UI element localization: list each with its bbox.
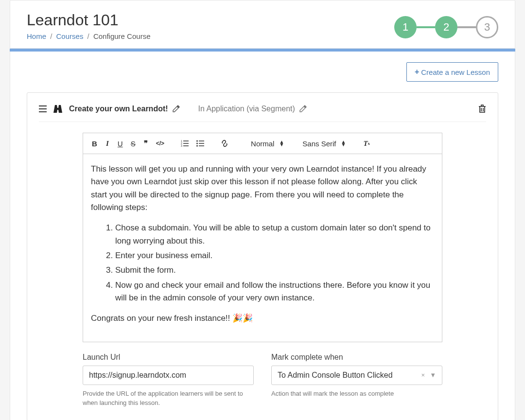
mark-complete-hint: Action that will mark the lesson as comp…	[271, 389, 442, 399]
step-3[interactable]: 3	[476, 16, 498, 38]
lesson-card: Create your own Learndot! In Application…	[27, 92, 498, 420]
delete-lesson-icon[interactable]	[478, 104, 486, 113]
edit-title-icon[interactable]	[172, 105, 180, 113]
editor-steps-list: Chose a subdomain. You will be able to s…	[110, 222, 434, 304]
step-2[interactable]: 2	[435, 16, 457, 38]
list-item: Enter your business email.	[115, 249, 434, 262]
rich-text-editor: B I U S ❞ </> 123 Normal	[83, 133, 442, 342]
list-item: Submit the form.	[115, 264, 434, 277]
road-icon	[53, 105, 62, 113]
editor-toolbar: B I U S ❞ </> 123 Normal	[83, 133, 442, 154]
lesson-type: In Application (via Segment)	[198, 105, 295, 113]
launch-url-hint: Provide the URL of the application learn…	[83, 389, 254, 408]
lesson-header: Create your own Learndot! In Application…	[39, 104, 486, 122]
ordered-list-button[interactable]: 123	[178, 138, 192, 149]
svg-point-4	[196, 143, 198, 144]
lesson-form: Launch Url Provide the URL of the applic…	[83, 353, 442, 408]
breadcrumb-courses[interactable]: Courses	[56, 32, 84, 40]
launch-url-label: Launch Url	[83, 353, 254, 362]
create-lesson-label: Create a new Lesson	[421, 68, 490, 76]
launch-url-input[interactable]	[83, 366, 254, 385]
clear-format-button[interactable]: Tx	[360, 138, 373, 150]
step-connector-1	[417, 26, 435, 28]
create-new-lesson-button[interactable]: + Create a new Lesson	[406, 62, 498, 82]
list-item: Chose a subdomain. You will be able to s…	[115, 222, 434, 247]
breadcrumb-current: Configure Course	[93, 32, 151, 40]
svg-text:3: 3	[181, 144, 182, 147]
breadcrumb: Home / Courses / Configure Course	[27, 32, 150, 40]
unordered-list-button[interactable]	[193, 138, 207, 149]
page-title: Learndot 101	[27, 11, 150, 29]
editor-congrats: Congrats on your new fresh instance!! 🎉🎉	[91, 312, 434, 325]
list-item: Now go and check your email and follow t…	[115, 279, 434, 305]
heading-select[interactable]: Normal ▲▼	[247, 138, 288, 150]
content-area: + Create a new Lesson Create your own Le…	[10, 52, 515, 420]
link-button[interactable]	[218, 138, 231, 149]
chevron-down-icon: ▼	[430, 371, 436, 379]
lesson-title: Create your own Learndot!	[69, 105, 168, 113]
stepper: 1 2 3	[394, 11, 498, 38]
blockquote-button[interactable]: ❞	[140, 137, 151, 150]
clear-select-icon[interactable]: ×	[421, 371, 425, 379]
mark-complete-label: Mark complete when	[271, 353, 442, 362]
plus-icon: +	[415, 68, 419, 76]
breadcrumb-home[interactable]: Home	[27, 32, 46, 40]
editor-body[interactable]: This lesson will get you up and running …	[83, 154, 442, 342]
font-select-label: Sans Serif	[302, 140, 336, 148]
mark-complete-value: To Admin Console Button Clicked	[278, 371, 393, 380]
edit-type-icon[interactable]	[299, 105, 307, 113]
drag-handle-icon[interactable]	[39, 104, 47, 114]
code-button[interactable]: </>	[153, 138, 167, 149]
step-connector-2	[457, 26, 476, 28]
strike-button[interactable]: S	[128, 138, 139, 150]
mark-complete-select[interactable]: To Admin Console Button Clicked × ▼	[271, 366, 442, 385]
bold-button[interactable]: B	[89, 138, 100, 150]
underline-button[interactable]: U	[115, 138, 126, 150]
editor-intro: This lesson will get you up and running …	[91, 163, 434, 214]
title-block: Learndot 101 Home / Courses / Configure …	[27, 11, 150, 40]
font-select[interactable]: Sans Serif ▲▼	[298, 138, 350, 150]
step-1[interactable]: 1	[394, 16, 417, 38]
italic-button[interactable]: I	[102, 138, 113, 150]
svg-point-3	[196, 140, 198, 142]
page-header-card: Learndot 101 Home / Courses / Configure …	[10, 0, 515, 49]
heading-select-label: Normal	[251, 140, 274, 148]
svg-point-5	[196, 145, 198, 147]
